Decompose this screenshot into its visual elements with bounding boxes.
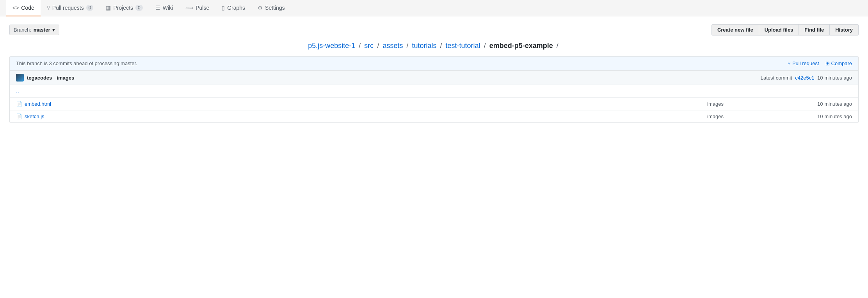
latest-commit-label: Latest commit bbox=[761, 75, 792, 81]
compare-link[interactable]: ⊞ Compare bbox=[825, 60, 852, 66]
parent-dir-link[interactable]: .. bbox=[16, 88, 19, 94]
tab-wiki[interactable]: ☰ Wiki bbox=[149, 0, 179, 16]
create-new-file-button[interactable]: Create new file bbox=[711, 24, 759, 35]
file-icon: 📄 bbox=[16, 114, 22, 119]
branch-info-message: This branch is 3 commits ahead of proces… bbox=[16, 60, 137, 66]
find-file-button[interactable]: Find file bbox=[799, 24, 830, 35]
main-content: Branch: master ▾ Create new file Upload … bbox=[0, 16, 868, 131]
wiki-icon: ☰ bbox=[155, 5, 160, 11]
history-button[interactable]: History bbox=[829, 24, 859, 35]
pull-request-icon: ⑂ bbox=[47, 5, 50, 11]
tab-wiki-label: Wiki bbox=[163, 5, 173, 11]
settings-icon: ⚙ bbox=[258, 5, 263, 11]
projects-icon: ▦ bbox=[106, 5, 111, 11]
commit-row: tegacodes images Latest commit c42e5c1 1… bbox=[10, 71, 858, 85]
breadcrumb-part-4[interactable]: test-tutorial bbox=[446, 42, 480, 50]
table-row: 📄 embed.html images 10 minutes ago bbox=[10, 98, 858, 110]
tab-bar: <> Code ⑂ Pull requests 0 ▦ Projects 0 ☰… bbox=[0, 0, 868, 16]
commit-author-link[interactable]: tegacodes bbox=[27, 75, 52, 81]
tab-graphs[interactable]: ▯ Graphs bbox=[215, 0, 251, 16]
branch-info-row: This branch is 3 commits ahead of proces… bbox=[10, 57, 858, 71]
tab-code-label: Code bbox=[21, 5, 34, 11]
breadcrumb-part-3[interactable]: tutorials bbox=[412, 42, 436, 50]
branch-actions: ⑂ Pull request ⊞ Compare bbox=[788, 60, 852, 66]
pulse-icon: ⟿ bbox=[185, 5, 193, 11]
projects-badge: 0 bbox=[135, 5, 143, 11]
tab-code[interactable]: <> Code bbox=[6, 0, 41, 16]
page-wrapper: <> Code ⑂ Pull requests 0 ▦ Projects 0 ☰… bbox=[0, 0, 868, 298]
pull-request-link[interactable]: ⑂ Pull request bbox=[788, 60, 819, 66]
branch-selector[interactable]: Branch: master ▾ bbox=[9, 25, 59, 35]
commit-message: images bbox=[57, 75, 74, 81]
parent-dir-row: .. bbox=[10, 85, 858, 98]
chevron-down-icon: ▾ bbox=[52, 27, 55, 33]
file-time-sketch-js: 10 minutes ago bbox=[793, 114, 852, 119]
code-icon: <> bbox=[12, 5, 19, 11]
tab-projects-label: Projects bbox=[113, 5, 133, 11]
file-time-embed-html: 10 minutes ago bbox=[793, 101, 852, 107]
breadcrumb-part-2[interactable]: assets bbox=[382, 42, 403, 50]
file-table: This branch is 3 commits ahead of proces… bbox=[9, 56, 859, 123]
tab-projects[interactable]: ▦ Projects 0 bbox=[100, 0, 149, 16]
graphs-icon: ▯ bbox=[222, 5, 225, 11]
file-commit-sketch-js: images bbox=[637, 114, 793, 119]
action-bar: Branch: master ▾ Create new file Upload … bbox=[9, 24, 859, 35]
pull-requests-badge: 0 bbox=[86, 5, 94, 11]
file-icon: 📄 bbox=[16, 101, 22, 107]
pull-request-link-icon: ⑂ bbox=[788, 60, 791, 66]
file-commit-embed-html: images bbox=[637, 101, 793, 107]
breadcrumb-current: embed-p5-example bbox=[489, 42, 553, 50]
avatar bbox=[16, 74, 24, 82]
upload-files-button[interactable]: Upload files bbox=[759, 24, 799, 35]
compare-icon: ⊞ bbox=[825, 60, 830, 66]
breadcrumb-part-0[interactable]: p5.js-website-1 bbox=[308, 42, 355, 50]
tab-pulse[interactable]: ⟿ Pulse bbox=[179, 0, 215, 16]
branch-label-text: Branch: bbox=[14, 27, 31, 33]
tab-graphs-label: Graphs bbox=[227, 5, 245, 11]
tab-settings[interactable]: ⚙ Settings bbox=[251, 0, 291, 16]
commit-author: tegacodes images bbox=[16, 74, 74, 82]
tab-pulse-label: Pulse bbox=[196, 5, 209, 11]
breadcrumb-part-1[interactable]: src bbox=[364, 42, 374, 50]
commit-meta: Latest commit c42e5c1 10 minutes ago bbox=[761, 75, 852, 81]
tab-pull-requests-label: Pull requests bbox=[52, 5, 84, 11]
action-buttons-group: Create new file Upload files Find file H… bbox=[711, 24, 859, 35]
tab-pull-requests[interactable]: ⑂ Pull requests 0 bbox=[41, 0, 100, 16]
commit-time: 10 minutes ago bbox=[817, 75, 852, 81]
branch-name: master bbox=[34, 27, 50, 33]
breadcrumb: p5.js-website-1 / src / assets / tutoria… bbox=[9, 42, 859, 50]
pull-request-link-label: Pull request bbox=[792, 60, 819, 66]
file-name-embed-html[interactable]: embed.html bbox=[25, 101, 637, 107]
table-row: 📄 sketch.js images 10 minutes ago bbox=[10, 110, 858, 122]
tab-settings-label: Settings bbox=[265, 5, 285, 11]
compare-link-label: Compare bbox=[831, 60, 852, 66]
file-name-sketch-js[interactable]: sketch.js bbox=[25, 114, 637, 119]
commit-hash[interactable]: c42e5c1 bbox=[795, 75, 814, 81]
